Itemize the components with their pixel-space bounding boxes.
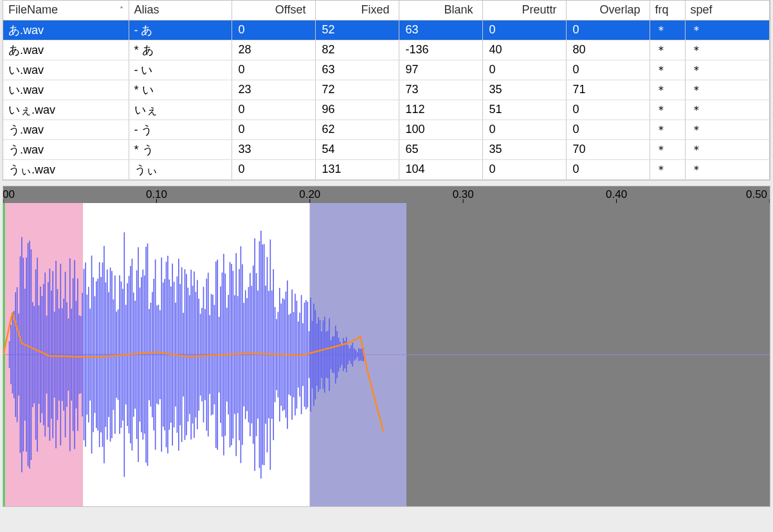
cell-blank[interactable]: -136 <box>399 40 482 60</box>
col-preuttr[interactable]: Preuttr <box>482 1 566 20</box>
table-row[interactable]: い.wav- い0639700＊＊ <box>3 60 770 80</box>
cell-overlap[interactable]: 71 <box>566 80 650 100</box>
cell-alias[interactable]: - い <box>129 60 232 80</box>
cell-offset[interactable]: 0 <box>232 159 315 179</box>
cell-spef[interactable]: ＊ <box>685 120 770 139</box>
cell-fixed[interactable]: 62 <box>315 120 399 139</box>
cell-alias[interactable]: いぇ <box>129 100 232 120</box>
cell-preuttr[interactable]: 0 <box>482 60 566 80</box>
cell-frq[interactable]: ＊ <box>650 80 685 100</box>
time-tick-label: 0.10 <box>146 188 167 200</box>
cell-offset[interactable]: 33 <box>232 139 315 159</box>
col-spef[interactable]: spef <box>685 1 770 20</box>
cell-blank[interactable]: 63 <box>399 20 482 40</box>
col-blank[interactable]: Blank <box>399 1 482 20</box>
cell-overlap[interactable]: 0 <box>566 159 650 179</box>
cell-alias[interactable]: * い <box>129 80 232 100</box>
cell-preuttr[interactable]: 40 <box>482 40 566 60</box>
cell-filename[interactable]: う.wav <box>3 139 129 159</box>
cell-frq[interactable]: ＊ <box>650 120 685 139</box>
spef-star-icon: ＊ <box>691 103 702 116</box>
cell-overlap[interactable]: 0 <box>566 20 650 40</box>
oto-table: FileName ˄ Alias Offset Fixed Blank Preu… <box>3 0 770 181</box>
cell-alias[interactable]: * あ <box>129 40 232 60</box>
cell-fixed[interactable]: 54 <box>315 139 399 159</box>
table-row[interactable]: い.wav* い2372733571＊＊ <box>3 80 770 100</box>
cell-overlap[interactable]: 0 <box>566 100 650 120</box>
spef-star-icon: ＊ <box>691 143 702 156</box>
cell-filename[interactable]: い.wav <box>3 60 129 80</box>
cell-frq[interactable]: ＊ <box>650 20 685 40</box>
cell-blank[interactable]: 73 <box>399 80 482 100</box>
col-frq-label: frq <box>655 3 669 16</box>
col-frq[interactable]: frq <box>650 1 685 20</box>
cell-alias[interactable]: うぃ <box>129 159 232 179</box>
cell-alias[interactable]: - あ <box>129 20 232 40</box>
cell-fixed[interactable]: 72 <box>315 80 399 100</box>
cell-offset[interactable]: 0 <box>232 60 315 80</box>
col-fixed[interactable]: Fixed <box>315 1 399 20</box>
cell-offset[interactable]: 0 <box>232 20 315 40</box>
table-row[interactable]: いぇ.wavいぇ096112510＊＊ <box>3 100 770 120</box>
cell-alias[interactable]: * う <box>129 139 232 159</box>
waveform-panel[interactable]: 0.000.100.200.300.400.50 <box>3 186 770 507</box>
cell-blank[interactable]: 104 <box>399 159 482 179</box>
cell-spef[interactable]: ＊ <box>685 159 770 179</box>
spef-star-icon: ＊ <box>691 163 702 176</box>
table-row[interactable]: あ.wav- あ0526300＊＊ <box>3 20 770 40</box>
cell-alias[interactable]: - う <box>129 120 232 139</box>
cell-fixed[interactable]: 63 <box>315 60 399 80</box>
cell-frq[interactable]: ＊ <box>650 40 685 60</box>
cell-overlap[interactable]: 0 <box>566 60 650 80</box>
cell-fixed[interactable]: 131 <box>315 159 399 179</box>
time-tick-label: 0.00 <box>3 188 15 200</box>
col-alias[interactable]: Alias <box>129 1 232 20</box>
col-overlap[interactable]: Overlap <box>566 1 650 20</box>
cell-overlap[interactable]: 0 <box>566 120 650 139</box>
cell-preuttr[interactable]: 0 <box>482 20 566 40</box>
cell-filename[interactable]: う.wav <box>3 120 129 139</box>
cell-filename[interactable]: い.wav <box>3 80 129 100</box>
cell-frq[interactable]: ＊ <box>650 139 685 159</box>
cell-overlap[interactable]: 70 <box>566 139 650 159</box>
table-row[interactable]: うぃ.wavうぃ013110400＊＊ <box>3 159 770 179</box>
cell-preuttr[interactable]: 0 <box>482 159 566 179</box>
cell-fixed[interactable]: 96 <box>315 100 399 120</box>
cell-filename[interactable]: あ.wav <box>3 40 129 60</box>
cell-offset[interactable]: 0 <box>232 100 315 120</box>
cell-spef[interactable]: ＊ <box>685 139 770 159</box>
table-row[interactable]: あ.wav* あ2882-1364080＊＊ <box>3 40 770 60</box>
col-preuttr-label: Preuttr <box>522 3 556 16</box>
cell-filename[interactable]: うぃ.wav <box>3 159 129 179</box>
table-row[interactable]: う.wav- う06210000＊＊ <box>3 120 770 139</box>
cell-spef[interactable]: ＊ <box>685 60 770 80</box>
cell-spef[interactable]: ＊ <box>685 80 770 100</box>
cell-preuttr[interactable]: 51 <box>482 100 566 120</box>
cell-offset[interactable]: 0 <box>232 120 315 139</box>
cell-preuttr[interactable]: 35 <box>482 80 566 100</box>
svg-rect-1 <box>3 186 770 203</box>
cell-blank[interactable]: 97 <box>399 60 482 80</box>
cell-offset[interactable]: 28 <box>232 40 315 60</box>
cell-spef[interactable]: ＊ <box>685 20 770 40</box>
cell-preuttr[interactable]: 0 <box>482 120 566 139</box>
cell-spef[interactable]: ＊ <box>685 100 770 120</box>
cell-fixed[interactable]: 82 <box>315 40 399 60</box>
cell-spef[interactable]: ＊ <box>685 40 770 60</box>
table-row[interactable]: う.wav* う3354653570＊＊ <box>3 139 770 159</box>
cell-frq[interactable]: ＊ <box>650 60 685 80</box>
cell-filename[interactable]: あ.wav <box>3 20 129 40</box>
col-filename[interactable]: FileName ˄ <box>3 1 129 20</box>
cell-offset[interactable]: 23 <box>232 80 315 100</box>
cell-fixed[interactable]: 52 <box>315 20 399 40</box>
cell-frq[interactable]: ＊ <box>650 159 685 179</box>
cell-blank[interactable]: 65 <box>399 139 482 159</box>
col-offset[interactable]: Offset <box>232 1 315 20</box>
cell-blank[interactable]: 100 <box>399 120 482 139</box>
sort-asc-icon: ˄ <box>120 6 123 15</box>
cell-filename[interactable]: いぇ.wav <box>3 100 129 120</box>
cell-blank[interactable]: 112 <box>399 100 482 120</box>
cell-frq[interactable]: ＊ <box>650 100 685 120</box>
cell-overlap[interactable]: 80 <box>566 40 650 60</box>
cell-preuttr[interactable]: 35 <box>482 139 566 159</box>
